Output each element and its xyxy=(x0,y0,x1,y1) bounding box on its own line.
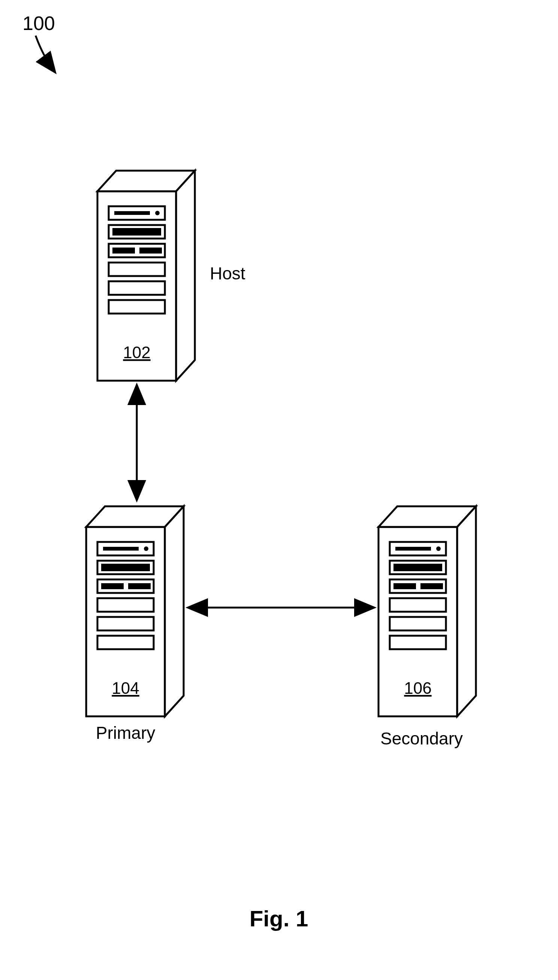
secondary-label: Secondary xyxy=(381,729,463,748)
figure-label: Fig. 1 xyxy=(249,906,309,931)
figure-1-diagram: 100 102 Host 104 Primary 106 Secondary F… xyxy=(0,0,558,980)
primary-ref-number: 104 xyxy=(112,679,139,697)
host-label: Host xyxy=(210,264,245,283)
figure-ref-arrow-icon xyxy=(36,36,54,71)
host-node: 102 xyxy=(97,171,195,380)
primary-label: Primary xyxy=(96,723,155,743)
secondary-ref-number: 106 xyxy=(404,679,431,697)
primary-node: 104 xyxy=(86,506,184,716)
host-ref-number: 102 xyxy=(123,343,150,362)
figure-reference-number: 100 xyxy=(23,12,55,34)
secondary-node: 106 xyxy=(379,506,476,716)
